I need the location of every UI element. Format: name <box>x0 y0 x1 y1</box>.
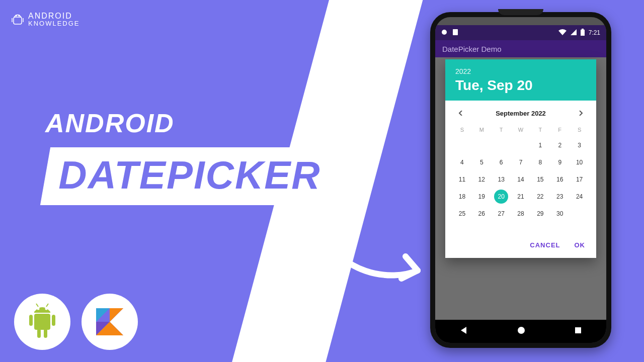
svg-marker-24 <box>461 327 466 334</box>
datepicker-day[interactable]: 7 <box>511 154 531 171</box>
signal-icon <box>571 29 577 37</box>
phone-screen: 7:21 DatePicker Demo 2022 Tue, Sep 20 Se… <box>435 17 606 343</box>
svg-rect-9 <box>34 314 50 330</box>
datepicker-day-empty <box>492 137 511 154</box>
svg-rect-0 <box>14 17 22 24</box>
brand-logo: ANDROID KNOWLEDGE <box>11 11 80 27</box>
datepicker-day[interactable]: 28 <box>511 205 531 222</box>
datepicker-year[interactable]: 2022 <box>455 67 586 75</box>
datepicker-day[interactable]: 2 <box>550 137 570 154</box>
datepicker-day-empty <box>570 205 589 222</box>
datepicker-grid: SMTWTFS123456789101112131415161718192021… <box>445 124 596 226</box>
svg-rect-10 <box>29 315 33 326</box>
svg-point-4 <box>19 15 20 16</box>
datepicker-dow: F <box>550 124 570 137</box>
prev-month-button[interactable] <box>455 108 466 119</box>
dialog-scrim[interactable]: 2022 Tue, Sep 20 September 2022 SMTWTFS1… <box>435 57 606 320</box>
svg-point-5 <box>37 308 40 310</box>
svg-rect-20 <box>453 29 458 35</box>
datepicker-day[interactable]: 19 <box>472 188 492 205</box>
datepicker-actions: CANCEL OK <box>445 226 596 258</box>
brand-line2: KNOWLEDGE <box>28 20 80 27</box>
svg-point-25 <box>518 327 525 334</box>
datepicker-dow: M <box>472 124 492 137</box>
phone-speaker <box>498 9 543 15</box>
svg-marker-21 <box>571 29 577 35</box>
datepicker-day[interactable]: 9 <box>550 154 570 171</box>
battery-icon <box>581 29 585 37</box>
svg-line-8 <box>46 304 48 307</box>
tech-badges <box>14 294 138 350</box>
title-block: ANDROID DATEPICKER <box>45 108 334 205</box>
datepicker-day[interactable]: 1 <box>530 137 550 154</box>
datepicker-day[interactable]: 4 <box>452 154 472 171</box>
nav-home-button[interactable] <box>517 326 526 337</box>
datepicker-day[interactable]: 30 <box>550 205 570 222</box>
svg-rect-12 <box>37 329 41 338</box>
datepicker-dialog: 2022 Tue, Sep 20 September 2022 SMTWTFS1… <box>445 59 596 258</box>
datepicker-day[interactable]: 12 <box>472 171 492 188</box>
kotlin-icon <box>93 305 126 338</box>
nav-recent-button[interactable] <box>574 326 582 336</box>
svg-rect-13 <box>44 329 47 338</box>
ok-button[interactable]: OK <box>575 241 586 249</box>
datepicker-day[interactable]: 20 <box>492 188 511 205</box>
android-icon <box>25 302 59 342</box>
datepicker-dow: T <box>530 124 550 137</box>
datepicker-day[interactable]: 16 <box>550 171 570 188</box>
svg-line-7 <box>36 304 38 307</box>
datepicker-day[interactable]: 5 <box>472 154 492 171</box>
status-bar: 7:21 <box>435 25 606 40</box>
android-knowledge-icon <box>11 11 24 27</box>
datepicker-day[interactable]: 22 <box>530 188 550 205</box>
datepicker-month-row: September 2022 <box>445 101 596 124</box>
title-datepicker: DATEPICKER <box>58 152 320 198</box>
status-time: 7:21 <box>589 29 600 36</box>
datepicker-day[interactable]: 24 <box>570 188 589 205</box>
svg-rect-23 <box>582 29 584 30</box>
svg-rect-11 <box>52 315 55 326</box>
datepicker-selected-date[interactable]: Tue, Sep 20 <box>455 77 586 94</box>
datepicker-dow: T <box>492 124 511 137</box>
arrow-icon <box>312 216 433 294</box>
svg-point-6 <box>45 308 48 310</box>
datepicker-day[interactable]: 18 <box>452 188 472 205</box>
datepicker-day[interactable]: 25 <box>452 205 472 222</box>
nav-back-button[interactable] <box>459 326 468 337</box>
wifi-icon <box>558 29 567 37</box>
status-dot-icon <box>441 29 447 37</box>
datepicker-day[interactable]: 13 <box>492 171 511 188</box>
datepicker-day[interactable]: 27 <box>492 205 511 222</box>
datepicker-day[interactable]: 11 <box>452 171 472 188</box>
title-android: ANDROID <box>45 108 334 138</box>
app-bar-title: DatePicker Demo <box>442 45 502 53</box>
datepicker-header: 2022 Tue, Sep 20 <box>445 59 596 101</box>
datepicker-dow: S <box>570 124 589 137</box>
svg-marker-16 <box>110 308 123 322</box>
app-bar: DatePicker Demo <box>435 40 606 57</box>
kotlin-badge <box>82 294 138 350</box>
datepicker-day[interactable]: 21 <box>511 188 531 205</box>
datepicker-day-empty <box>511 137 531 154</box>
cancel-button[interactable]: CANCEL <box>530 241 560 249</box>
svg-point-19 <box>442 30 447 35</box>
datepicker-dow: S <box>452 124 472 137</box>
next-month-button[interactable] <box>575 108 586 119</box>
datepicker-day[interactable]: 26 <box>472 205 492 222</box>
datepicker-day[interactable]: 3 <box>570 137 589 154</box>
datepicker-month-label[interactable]: September 2022 <box>496 110 546 117</box>
datepicker-day-empty <box>472 137 492 154</box>
datepicker-day[interactable]: 6 <box>492 154 511 171</box>
datepicker-day[interactable]: 8 <box>530 154 550 171</box>
datepicker-day[interactable]: 10 <box>570 154 589 171</box>
datepicker-day[interactable]: 15 <box>530 171 550 188</box>
phone-frame: 7:21 DatePicker Demo 2022 Tue, Sep 20 Se… <box>430 12 611 348</box>
datepicker-day[interactable]: 17 <box>570 171 589 188</box>
brand-line1: ANDROID <box>28 12 80 20</box>
svg-point-3 <box>16 15 17 16</box>
datepicker-day[interactable]: 14 <box>511 171 531 188</box>
datepicker-day[interactable]: 23 <box>550 188 570 205</box>
svg-rect-22 <box>581 30 585 36</box>
svg-rect-26 <box>575 327 581 333</box>
datepicker-day[interactable]: 29 <box>530 205 550 222</box>
